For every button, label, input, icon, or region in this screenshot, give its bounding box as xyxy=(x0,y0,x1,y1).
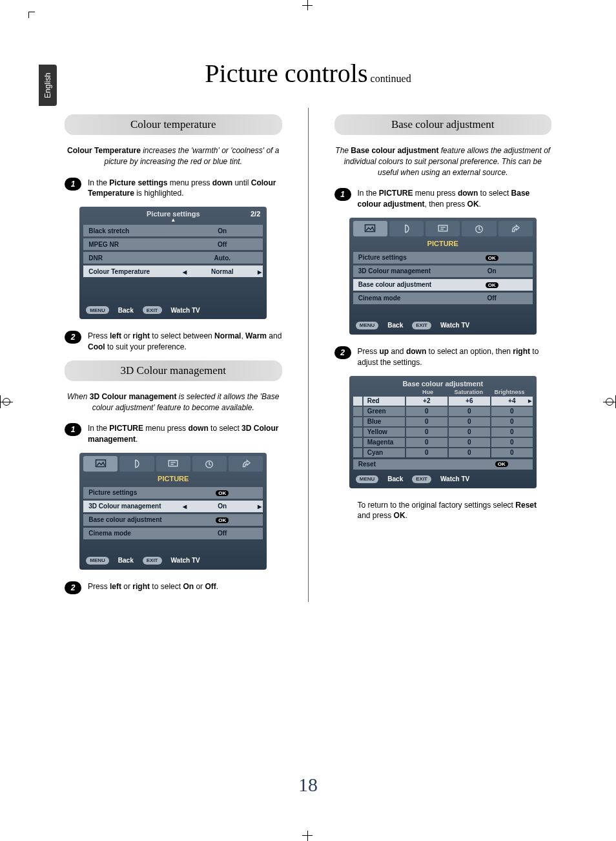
col-hue: Hue xyxy=(407,389,448,395)
osd-row-value: Off xyxy=(187,241,258,248)
adj-cell: 0 xyxy=(449,407,490,416)
svg-rect-1 xyxy=(169,461,178,466)
colour-name: Yellow xyxy=(364,428,405,437)
watch-tv-label: Watch TV xyxy=(171,307,200,314)
arrow-left-icon: ◀ xyxy=(183,504,187,510)
tab-setup-icon xyxy=(229,456,263,472)
osd-tabs xyxy=(349,218,537,238)
osd-row: Cinema modeOff xyxy=(83,528,263,539)
crop-mark-left xyxy=(0,395,13,408)
step-2c-text: Press up and down to select an option, t… xyxy=(358,346,552,368)
colour-swatch xyxy=(353,397,362,406)
adj-cell: 0 xyxy=(449,448,490,457)
osd-row-value: Normal◀▶ xyxy=(187,268,258,275)
osd-footer: MENU Back EXIT Watch TV xyxy=(349,472,537,488)
osd-row: Black stretchOn xyxy=(83,225,263,236)
title-main: Picture controls xyxy=(205,59,367,88)
title-continued: continued xyxy=(371,73,411,84)
osd-row-label: Black stretch xyxy=(88,227,187,234)
osd-row: Cinema modeOff xyxy=(353,293,533,304)
tab-setup-icon xyxy=(498,221,533,236)
osd-row-value: OK xyxy=(457,254,528,261)
exit-pill: EXIT xyxy=(412,322,431,329)
step-1c: 1 In the PICTURE menu press down to sele… xyxy=(334,188,552,210)
col-saturation: Saturation xyxy=(448,389,489,395)
osd-pager: 2/2 xyxy=(251,210,260,218)
osd-row-label: Colour Temperature xyxy=(88,268,187,275)
adj-cell: +2 xyxy=(406,397,447,406)
adj-cell: 0 xyxy=(406,428,447,437)
step-badge-2: 2 xyxy=(334,346,351,359)
osd-row-label: Cinema mode xyxy=(358,295,457,302)
step-badge-1: 1 xyxy=(334,188,351,201)
adj-cell: 0 xyxy=(449,417,490,426)
crop-mark-right xyxy=(603,395,616,408)
colour-name: Magenta xyxy=(364,438,405,447)
osd-row: DNRAuto. xyxy=(83,252,263,264)
osd-row: 3D Colour managementOn xyxy=(353,265,533,277)
adj-cell: 0 xyxy=(449,428,490,437)
osd-category: PICTURE xyxy=(349,238,537,250)
outro-text: To return to the original factory settin… xyxy=(358,500,552,522)
watch-tv-label: Watch TV xyxy=(171,557,200,564)
osd-footer: MENU Back EXIT Watch TV xyxy=(349,318,537,335)
osd-title: Base colour adjustment xyxy=(349,376,537,389)
step-1: 1 In the Picture settings menu press dow… xyxy=(65,178,282,200)
arrow-right-icon: ▶ xyxy=(528,399,531,404)
left-column: Colour temperature Colour Temperature in… xyxy=(65,108,282,602)
tab-sound-icon xyxy=(119,456,154,472)
ok-badge: OK xyxy=(216,517,229,523)
step-2c: 2 Press up and down to select an option,… xyxy=(334,346,552,368)
3d-colour-intro: When 3D Colour management is selected it… xyxy=(65,391,282,413)
osd-row-value: Off xyxy=(457,295,528,302)
ok-badge: OK xyxy=(486,255,498,261)
adj-cell: +4▶ xyxy=(491,397,533,406)
osd-row-value: On◀▶ xyxy=(187,503,258,510)
osd-row-value: On xyxy=(187,227,258,234)
osd-row-value: On xyxy=(457,267,528,275)
ok-badge: OK xyxy=(486,282,498,288)
arrow-left-icon: ◀ xyxy=(183,269,187,275)
colour-name: Cyan xyxy=(364,448,405,457)
colour-name: Green xyxy=(364,407,405,416)
osd-tabs xyxy=(79,453,267,473)
step-1c-text: In the PICTURE menu press down to select… xyxy=(358,188,552,210)
osd-row-label: Picture settings xyxy=(88,489,187,496)
base-colour-intro: The Base colour adjustment feature allow… xyxy=(334,145,552,178)
back-label: Back xyxy=(118,307,134,314)
osd-row-label: Cinema mode xyxy=(88,530,187,537)
colour-swatch xyxy=(353,438,362,447)
adj-cell: +6 xyxy=(449,397,490,406)
page-number: 18 xyxy=(0,774,616,796)
reset-row: Reset OK xyxy=(353,459,533,470)
step-2b-text: Press left or right to select On or Off. xyxy=(88,581,282,592)
osd-row: Base colour adjustmentOK xyxy=(353,279,533,291)
tab-picture-icon xyxy=(353,221,387,236)
crop-mark-bottom xyxy=(0,831,616,841)
tab-sound-icon xyxy=(389,221,424,236)
osd-row-value: OK xyxy=(187,516,258,523)
section-colour-temperature: Colour temperature xyxy=(65,114,282,135)
osd-row-value: OK xyxy=(187,489,258,496)
back-label: Back xyxy=(118,557,134,564)
section-base-colour: Base colour adjustment xyxy=(334,114,552,135)
tab-picture-icon xyxy=(83,456,118,472)
svg-rect-4 xyxy=(438,225,447,231)
menu-pill: MENU xyxy=(356,475,379,483)
step-badge-1: 1 xyxy=(65,423,81,436)
tab-feature-icon xyxy=(156,456,190,472)
osd-row-label: MPEG NR xyxy=(88,241,187,248)
step-1b-text: In the PICTURE menu press down to select… xyxy=(88,423,282,445)
adj-cell: 0 xyxy=(406,448,447,457)
arrow-right-icon: ▶ xyxy=(258,504,262,510)
adj-cell: 0 xyxy=(491,428,533,437)
osd-picture-menu-right: PICTURE Picture settingsOK3D Colour mana… xyxy=(349,218,537,335)
adj-row: Green000 xyxy=(353,407,533,416)
osd-row-label: 3D Colour management xyxy=(88,503,187,510)
osd-row-value: Off xyxy=(187,530,258,537)
menu-pill: MENU xyxy=(86,306,109,314)
colour-swatch xyxy=(353,417,362,426)
colour-name: Red xyxy=(364,397,405,406)
back-label: Back xyxy=(387,322,403,329)
adj-table-header: Hue Saturation Brightness xyxy=(349,389,537,395)
